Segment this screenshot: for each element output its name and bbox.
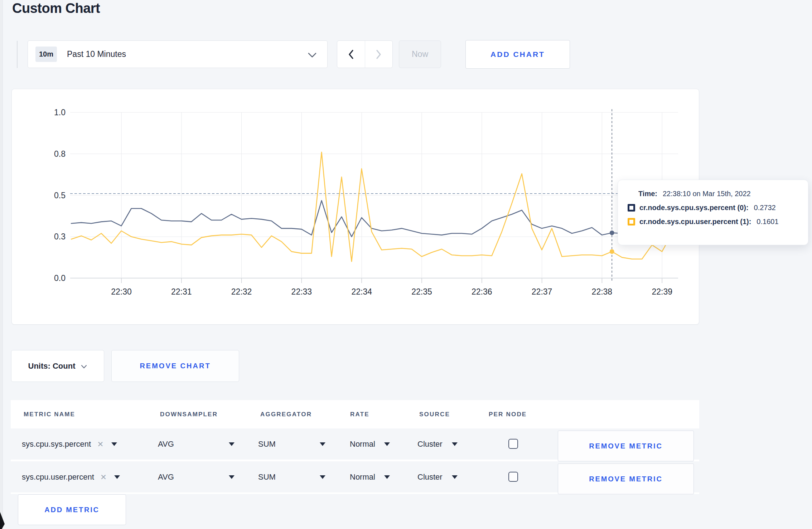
caret-down-icon <box>452 442 458 446</box>
svg-text:22:31: 22:31 <box>171 287 192 296</box>
caret-down-icon <box>320 442 325 446</box>
time-window-label: Past 10 Minutes <box>67 49 126 59</box>
metrics-table-header: METRIC NAME DOWNSAMPLER AGGREGATOR RATE … <box>11 400 699 428</box>
caret-down-icon <box>229 475 235 479</box>
rate-select[interactable]: Normal <box>350 461 390 492</box>
svg-text:22:36: 22:36 <box>472 287 492 296</box>
header-aggregator: AGGREGATOR <box>260 400 312 428</box>
svg-text:0.8: 0.8 <box>54 149 66 159</box>
caret-down-icon <box>384 442 390 446</box>
header-rate: RATE <box>350 400 369 428</box>
chevron-right-icon <box>376 49 382 59</box>
now-button[interactable]: Now <box>399 40 441 68</box>
tooltip-user-value: 0.1601 <box>757 218 778 226</box>
caret-down-icon <box>229 442 235 446</box>
metric-name-select[interactable]: sys.cpu.user.percent × <box>22 461 120 492</box>
downsampler-select[interactable]: AVG <box>158 428 235 460</box>
caret-down-icon <box>452 475 458 479</box>
caret-down-icon <box>320 475 325 479</box>
units-select[interactable]: Units: Count <box>11 350 104 382</box>
rate-select[interactable]: Normal <box>350 428 390 460</box>
svg-text:22:33: 22:33 <box>291 287 312 296</box>
caret-down-icon <box>384 475 390 479</box>
remove-metric-button-1[interactable]: REMOVE METRIC <box>558 464 694 494</box>
time-window-select[interactable]: 10m Past 10 Minutes <box>28 40 328 68</box>
toolbar-divider <box>17 41 18 68</box>
svg-text:0.3: 0.3 <box>54 232 66 241</box>
chevron-left-icon <box>348 49 354 59</box>
tooltip-time-label: Time: <box>638 190 657 198</box>
page-left-gutter <box>0 0 3 529</box>
svg-text:22:37: 22:37 <box>532 287 552 296</box>
header-downsampler: DOWNSAMPLER <box>160 400 218 428</box>
page-title: Custom Chart <box>12 1 100 16</box>
chart-card: 0.00.30.50.81.022:3022:3122:3222:3322:34… <box>11 89 699 325</box>
chevron-down-icon <box>308 53 316 58</box>
header-per-node: PER NODE <box>489 400 527 428</box>
chevron-down-icon <box>81 365 87 369</box>
per-node-checkbox[interactable] <box>508 472 518 482</box>
svg-text:22:32: 22:32 <box>231 287 252 296</box>
series-user-swatch-icon <box>628 218 635 225</box>
time-window-badge: 10m <box>35 47 57 62</box>
svg-text:22:38: 22:38 <box>592 287 613 296</box>
svg-text:22:35: 22:35 <box>411 287 432 296</box>
time-nav-group <box>337 40 393 68</box>
svg-text:0.0: 0.0 <box>54 273 66 283</box>
cpu-percent-line-chart[interactable]: 0.00.30.50.81.022:3022:3122:3222:3322:34… <box>12 89 700 325</box>
tooltip-sys-value: 0.2732 <box>754 204 776 212</box>
svg-text:22:34: 22:34 <box>351 287 372 296</box>
downsampler-select[interactable]: AVG <box>158 461 235 492</box>
aggregator-select[interactable]: SUM <box>258 461 325 492</box>
caret-down-icon <box>111 442 117 446</box>
tooltip-sys-name: cr.node.sys.cpu.sys.percent (0): <box>639 204 749 212</box>
source-select[interactable]: Cluster <box>417 461 458 492</box>
add-chart-button[interactable]: ADD CHART <box>465 40 570 69</box>
remove-chart-button[interactable]: REMOVE CHART <box>111 350 239 382</box>
svg-text:22:30: 22:30 <box>111 287 132 296</box>
aggregator-select[interactable]: SUM <box>258 428 325 460</box>
svg-text:22:39: 22:39 <box>652 287 672 296</box>
tooltip-user-name: cr.node.sys.cpu.user.percent (1): <box>639 218 751 226</box>
caret-down-icon <box>114 475 120 479</box>
metric-name-select[interactable]: sys.cpu.sys.percent × <box>22 428 117 460</box>
remove-metric-button-0[interactable]: REMOVE METRIC <box>558 431 694 461</box>
custom-chart-page: Custom Chart 10m Past 10 Minutes Now ADD… <box>0 0 812 529</box>
clear-metric-icon[interactable]: × <box>97 439 103 449</box>
clear-metric-icon[interactable]: × <box>101 472 106 482</box>
time-back-button[interactable] <box>337 41 365 68</box>
per-node-checkbox[interactable] <box>508 439 518 449</box>
header-metric-name: METRIC NAME <box>24 400 75 428</box>
header-source: SOURCE <box>419 400 450 428</box>
chart-tooltip: Time: 22:38:10 on Mar 15th, 2022 cr.node… <box>618 180 808 245</box>
units-label: Units: Count <box>28 361 76 371</box>
tooltip-time-value: 22:38:10 on Mar 15th, 2022 <box>663 190 751 198</box>
series-sys-swatch-icon <box>628 204 635 212</box>
add-metric-button[interactable]: ADD METRIC <box>18 494 126 525</box>
source-select[interactable]: Cluster <box>417 428 458 460</box>
time-forward-button[interactable] <box>365 41 393 68</box>
svg-text:1.0: 1.0 <box>54 108 66 117</box>
cursor-artifact <box>0 511 6 529</box>
svg-text:0.5: 0.5 <box>54 191 66 200</box>
